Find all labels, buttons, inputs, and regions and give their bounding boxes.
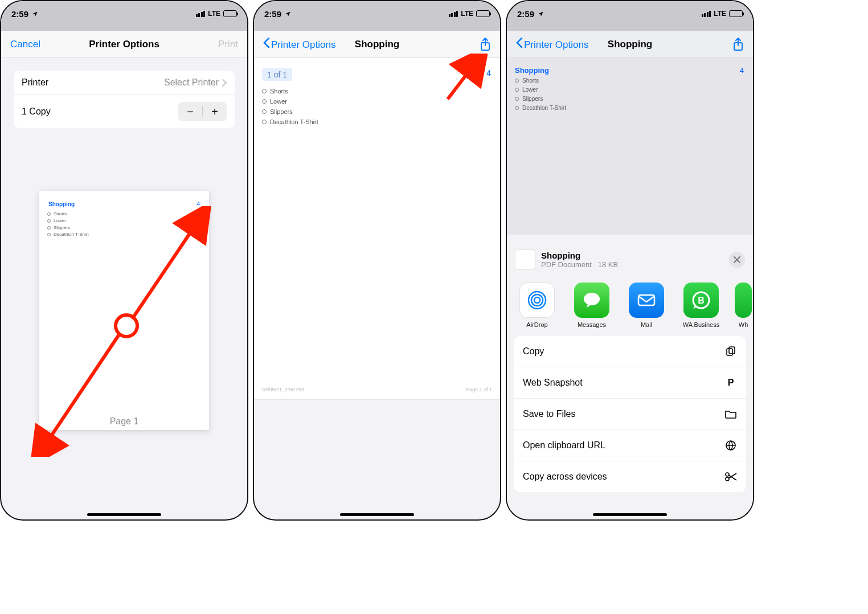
svg-point-17 bbox=[726, 477, 729, 481]
signal-icon bbox=[196, 11, 206, 17]
share-icon bbox=[480, 38, 491, 51]
battery-icon bbox=[476, 10, 490, 17]
svg-point-16 bbox=[726, 473, 729, 476]
list-item: Slippers bbox=[262, 108, 492, 115]
page-count: 4 bbox=[486, 68, 491, 77]
status-right: LTE bbox=[702, 10, 743, 18]
preview-title: Shopping bbox=[47, 201, 201, 210]
phone-3: 2:59 LTE Printer Options Shopping Sho bbox=[506, 0, 754, 521]
doc-title: Shopping bbox=[541, 251, 618, 260]
close-button[interactable] bbox=[729, 252, 745, 268]
copies-label: 1 Copy bbox=[22, 107, 51, 117]
share-actions: Copy Web Snapshot P Save to Files Open c… bbox=[514, 336, 746, 492]
share-button[interactable] bbox=[480, 38, 491, 51]
location-icon bbox=[32, 11, 38, 17]
list-item: Shorts bbox=[47, 211, 201, 216]
folder-icon bbox=[724, 408, 737, 420]
list-item: Decathlon T-Shirt bbox=[47, 232, 201, 237]
share-apps-row[interactable]: AirDrop Messages Mail B WA Business bbox=[507, 277, 753, 330]
list-item: Lower bbox=[515, 87, 745, 93]
phone-1: 2:59 LTE Cancel Printer Options Print Pr… bbox=[0, 0, 248, 521]
printer-value: Select Printer bbox=[164, 77, 219, 88]
svg-point-6 bbox=[534, 297, 540, 303]
home-indicator[interactable] bbox=[87, 513, 161, 516]
location-icon bbox=[538, 11, 544, 17]
action-clipboard-url[interactable]: Open clipboard URL bbox=[514, 430, 746, 461]
list-item: Decathlon T-Shirt bbox=[262, 118, 492, 125]
share-button[interactable] bbox=[732, 38, 744, 51]
status-time: 2:59 bbox=[11, 9, 38, 19]
svg-rect-10 bbox=[638, 295, 654, 305]
home-indicator[interactable] bbox=[340, 513, 414, 516]
action-save-files[interactable]: Save to Files bbox=[514, 399, 746, 430]
whatsapp-icon bbox=[735, 283, 752, 318]
doc-subtitle: PDF Document · 18 KB bbox=[541, 260, 618, 269]
home-indicator[interactable] bbox=[593, 513, 667, 516]
app-wa-business[interactable]: B WA Business bbox=[680, 283, 722, 328]
preview-count: 4 bbox=[740, 66, 744, 75]
list-item: Slippers bbox=[47, 225, 201, 230]
list-item: Shorts bbox=[262, 88, 492, 95]
mail-icon bbox=[629, 283, 664, 318]
messages-icon bbox=[574, 283, 609, 318]
printer-row[interactable]: Printer Select Printer bbox=[14, 71, 235, 95]
svg-text:B: B bbox=[698, 296, 705, 305]
stepper-minus[interactable]: − bbox=[178, 102, 202, 121]
signal-icon bbox=[702, 11, 711, 17]
stepper-plus[interactable]: + bbox=[203, 102, 227, 121]
cancel-button[interactable]: Cancel bbox=[10, 39, 40, 50]
nav-bar: Cancel Printer Options Print bbox=[1, 31, 247, 58]
app-airdrop[interactable]: AirDrop bbox=[516, 283, 558, 328]
app-messages[interactable]: Messages bbox=[571, 283, 613, 328]
nav-bar: Printer Options Shopping bbox=[507, 31, 753, 58]
preview-count: 4 bbox=[196, 201, 200, 207]
status-bar: 2:59 LTE bbox=[507, 1, 753, 26]
chevron-left-icon bbox=[263, 38, 270, 48]
page-footer-left: 03/05/21, 2:58 PM bbox=[262, 387, 304, 392]
back-button[interactable]: Printer Options bbox=[516, 38, 588, 51]
page-preview[interactable]: Shopping 4 Shorts Lower Slippers Decathl… bbox=[39, 191, 209, 430]
status-bar: 2:59 LTE bbox=[254, 1, 500, 26]
chevron-right-icon bbox=[222, 79, 227, 87]
status-right: LTE bbox=[449, 10, 490, 18]
battery-icon bbox=[729, 10, 743, 17]
pdf-preview: Shopping 4 Shorts Lower Slippers Decathl… bbox=[507, 58, 753, 235]
airdrop-icon bbox=[519, 283, 555, 318]
action-copy[interactable]: Copy bbox=[514, 336, 746, 367]
share-icon bbox=[732, 38, 744, 51]
svg-rect-13 bbox=[727, 349, 732, 355]
preview-title: Shopping bbox=[515, 66, 745, 75]
list-item: Slippers bbox=[515, 96, 745, 102]
copy-icon bbox=[724, 345, 737, 358]
network-label: LTE bbox=[714, 10, 726, 18]
list-item: Lower bbox=[47, 218, 201, 223]
list-item: Lower bbox=[262, 98, 492, 105]
pdf-page[interactable]: 1 of 1 4 Shorts Lower Slippers Decathlon… bbox=[254, 58, 500, 400]
close-icon bbox=[734, 256, 740, 263]
action-web-snapshot[interactable]: Web Snapshot P bbox=[514, 367, 746, 399]
scissors-icon bbox=[724, 470, 737, 483]
network-label: LTE bbox=[461, 10, 473, 18]
svg-rect-14 bbox=[729, 347, 735, 354]
globe-icon bbox=[724, 439, 737, 452]
nav-bar: Printer Options Shopping bbox=[254, 31, 500, 58]
printer-label: Printer bbox=[22, 77, 48, 88]
status-bar: 2:59 LTE bbox=[1, 1, 247, 26]
page-footer-right: Page 1 of 1 bbox=[466, 387, 492, 392]
status-right: LTE bbox=[196, 10, 237, 18]
svg-point-9 bbox=[584, 293, 600, 305]
copies-stepper[interactable]: − + bbox=[178, 102, 227, 121]
svg-point-7 bbox=[531, 294, 543, 306]
phone-2: 2:59 LTE Printer Options Shopping 1 of 1 bbox=[253, 0, 501, 521]
share-sheet[interactable]: Shopping PDF Document · 18 KB AirDrop Me… bbox=[507, 240, 753, 519]
back-button[interactable]: Printer Options bbox=[263, 38, 335, 51]
network-label: LTE bbox=[208, 10, 220, 18]
page-label: Page 1 bbox=[39, 413, 209, 430]
location-icon bbox=[285, 11, 291, 17]
print-button[interactable]: Print bbox=[218, 39, 238, 50]
page-icon: P bbox=[724, 376, 737, 389]
app-overflow[interactable]: Wh bbox=[735, 283, 752, 328]
app-mail[interactable]: Mail bbox=[625, 283, 668, 328]
action-copy-across[interactable]: Copy across devices bbox=[514, 461, 746, 492]
whatsapp-business-icon: B bbox=[683, 283, 719, 318]
